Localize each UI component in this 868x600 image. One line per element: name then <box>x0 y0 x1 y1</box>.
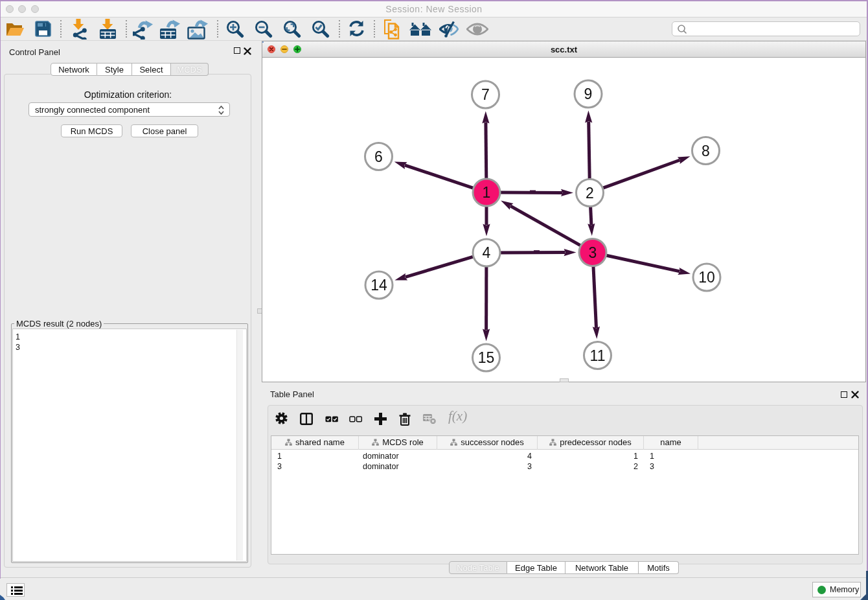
svg-text:9: 9 <box>584 86 593 102</box>
svg-text:8: 8 <box>702 143 710 159</box>
svg-text:2: 2 <box>586 185 594 202</box>
svg-text:7: 7 <box>481 86 490 103</box>
svg-text:15: 15 <box>478 349 495 366</box>
svg-text:10: 10 <box>698 269 715 286</box>
svg-text:14: 14 <box>371 277 387 294</box>
svg-text:1: 1 <box>483 184 491 201</box>
svg-text:3: 3 <box>589 244 597 261</box>
svg-text:6: 6 <box>374 148 383 165</box>
svg-text:4: 4 <box>483 244 491 261</box>
svg-text:11: 11 <box>590 347 606 364</box>
